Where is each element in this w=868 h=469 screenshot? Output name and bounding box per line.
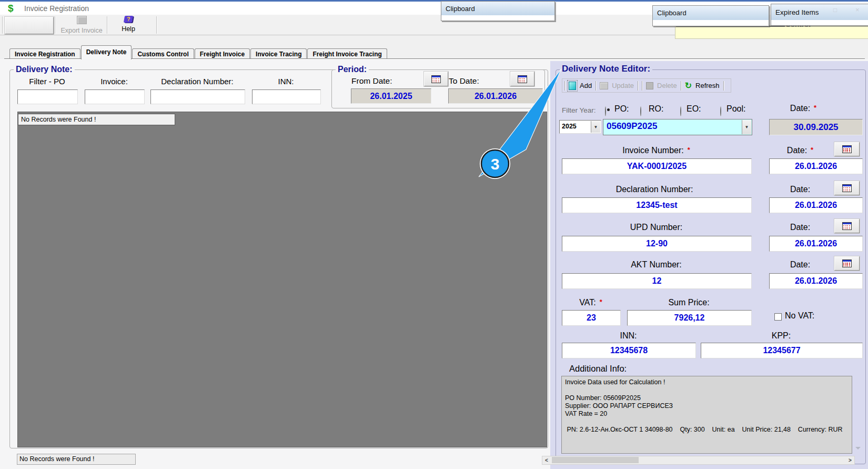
invoice-date-calendar-button[interactable] bbox=[834, 142, 860, 156]
from-date-label: From Date: bbox=[351, 76, 392, 86]
tab-freight-invoice-tracing[interactable]: Freight Invoice Tracing bbox=[307, 48, 387, 59]
clipboard-popup: Clipboard bbox=[441, 1, 555, 21]
radio-eo[interactable] bbox=[680, 106, 681, 116]
app-window: $ Invoice Registration Export Invoice ? … bbox=[0, 0, 868, 469]
upd-date-input[interactable]: 26.01.2026 bbox=[769, 236, 863, 252]
radio-pool[interactable] bbox=[720, 106, 721, 116]
invoice-date-input[interactable]: 26.01.2026 bbox=[769, 158, 863, 174]
declaration-date-calendar-button[interactable] bbox=[834, 181, 860, 195]
maximize-icon[interactable]: □ bbox=[833, 6, 837, 14]
clipboard-popup-title[interactable]: Clipboard bbox=[441, 2, 554, 15]
po-combobox-value: 05609P2025 bbox=[607, 121, 657, 132]
declaration-number-label: Declaration Number: bbox=[562, 185, 751, 194]
vat-label: VAT:* bbox=[562, 298, 620, 307]
toolbar-separator bbox=[681, 81, 681, 91]
refresh-button[interactable]: Refresh bbox=[695, 82, 720, 89]
scroll-down-icon[interactable] bbox=[855, 447, 861, 450]
add-button[interactable]: Add bbox=[580, 82, 592, 89]
calendar-icon bbox=[842, 260, 852, 267]
toolbar-separator bbox=[723, 81, 724, 91]
to-date-value[interactable]: 26.01.2026 bbox=[448, 88, 543, 104]
help-label: Help bbox=[110, 25, 146, 33]
radio-ro-label[interactable]: RO: bbox=[649, 104, 663, 114]
delete-button[interactable]: Delete bbox=[657, 82, 677, 89]
tab-customs-control[interactable]: Customs Control bbox=[132, 48, 194, 59]
tab-invoice-registration[interactable]: Invoice Registration bbox=[9, 48, 80, 59]
status-bar: No Records were Found ! bbox=[17, 454, 136, 465]
blank-toolbar-button[interactable] bbox=[5, 17, 54, 34]
radio-eo-label[interactable]: EO: bbox=[687, 104, 701, 114]
from-date-value[interactable]: 26.01.2025 bbox=[351, 88, 431, 104]
dropdown-arrow-icon[interactable]: ▼ bbox=[742, 120, 751, 134]
toolbar-separator bbox=[156, 16, 157, 34]
expired-items-popup: Expired Items – □ × bbox=[771, 4, 868, 26]
filter-po-input[interactable] bbox=[17, 89, 78, 104]
invoice-number-input[interactable]: YAK-0001/2025 bbox=[562, 158, 752, 174]
update-icon bbox=[600, 82, 608, 89]
export-invoice-button[interactable]: Export Invoice bbox=[57, 16, 106, 34]
scroll-left-icon[interactable]: < bbox=[542, 457, 551, 463]
results-grid-area[interactable] bbox=[17, 112, 547, 447]
radio-po-label[interactable]: PO: bbox=[614, 104, 629, 114]
inn-input[interactable]: 12345678 bbox=[562, 343, 696, 358]
horizontal-scrollbar[interactable]: < > bbox=[542, 456, 855, 465]
upd-date-label: Date: bbox=[769, 223, 831, 232]
tab-underline bbox=[4, 58, 865, 59]
invoice-date-label: Date:* bbox=[769, 146, 831, 155]
declaration-number-input[interactable]: 12345-test bbox=[562, 197, 752, 213]
scroll-right-icon[interactable]: > bbox=[846, 457, 854, 463]
export-invoice-icon bbox=[77, 16, 87, 24]
clipboard-popup-2-title[interactable]: Clipboard bbox=[653, 6, 769, 20]
tab-invoice-tracing[interactable]: Invoice Tracing bbox=[250, 48, 307, 59]
to-date-calendar-button[interactable] bbox=[510, 72, 534, 86]
delete-icon bbox=[646, 82, 653, 89]
calendar-icon bbox=[518, 75, 527, 83]
invoice-filter-input[interactable] bbox=[85, 89, 145, 104]
help-button[interactable]: ? Help bbox=[110, 15, 146, 34]
kpp-input[interactable]: 12345677 bbox=[701, 343, 863, 358]
dropdown-arrow-icon[interactable]: ▼ bbox=[591, 121, 600, 133]
vat-input[interactable]: 23 bbox=[562, 310, 621, 326]
declaration-filter-input[interactable] bbox=[150, 89, 245, 104]
akt-date-input[interactable]: 26.01.2026 bbox=[769, 273, 863, 289]
akt-date-calendar-button[interactable] bbox=[834, 256, 860, 271]
update-button[interactable]: Update bbox=[612, 82, 634, 89]
tab-freight-invoice[interactable]: Freight Invoice bbox=[195, 48, 250, 59]
filter-year-label: Filter Year: bbox=[562, 106, 596, 114]
tab-delivery-note[interactable]: Delivery Note bbox=[81, 45, 132, 59]
declaration-date-input[interactable]: 26.01.2026 bbox=[769, 197, 863, 213]
inn-label: INN: bbox=[562, 331, 695, 341]
upd-date-calendar-button[interactable] bbox=[834, 219, 860, 233]
minimize-icon[interactable]: – bbox=[811, 6, 814, 14]
sum-price-input[interactable]: 7926,12 bbox=[627, 310, 752, 326]
toolbar-separator bbox=[596, 81, 596, 91]
kpp-label: KPP: bbox=[701, 331, 862, 341]
radio-pool-label[interactable]: Pool: bbox=[726, 104, 745, 114]
tab-strip: Invoice Registration Delivery Note Custo… bbox=[9, 45, 388, 59]
calendar-icon bbox=[842, 222, 852, 230]
radio-ro[interactable] bbox=[640, 106, 641, 116]
akt-number-input[interactable]: 12 bbox=[562, 273, 752, 289]
toolbar-separator bbox=[638, 81, 638, 91]
close-icon[interactable]: × bbox=[855, 6, 860, 14]
window-title: Invoice Registration bbox=[24, 4, 89, 13]
no-vat-checkbox[interactable] bbox=[774, 313, 782, 321]
upd-number-input[interactable]: 12-90 bbox=[562, 236, 752, 252]
additional-info-textarea[interactable]: Invoice Data used for Calculation ! PO N… bbox=[561, 376, 852, 454]
declaration-filter-label: Declaration Number: bbox=[150, 77, 244, 86]
no-records-header: No Records were Found ! bbox=[18, 114, 175, 125]
additional-info-label: Additional Info: bbox=[569, 364, 627, 374]
sum-price-label: Sum Price: bbox=[627, 298, 751, 307]
period-group-title: Period: bbox=[336, 65, 369, 74]
calendar-icon bbox=[842, 145, 852, 153]
inn-filter-input[interactable] bbox=[252, 89, 321, 104]
invoice-number-label: Invoice Number:* bbox=[562, 146, 751, 155]
po-date-label: Date:* bbox=[769, 104, 837, 113]
radio-po[interactable] bbox=[605, 106, 606, 116]
year-select[interactable]: 2025 ▼ bbox=[559, 120, 601, 134]
expired-items-title[interactable]: Expired Items bbox=[771, 4, 868, 20]
scrollbar-thumb[interactable] bbox=[552, 457, 639, 463]
invoice-filter-label: Invoice: bbox=[85, 77, 144, 86]
from-date-calendar-button[interactable] bbox=[424, 72, 448, 86]
po-combobox[interactable]: 05609P2025 ▼ bbox=[603, 119, 752, 135]
